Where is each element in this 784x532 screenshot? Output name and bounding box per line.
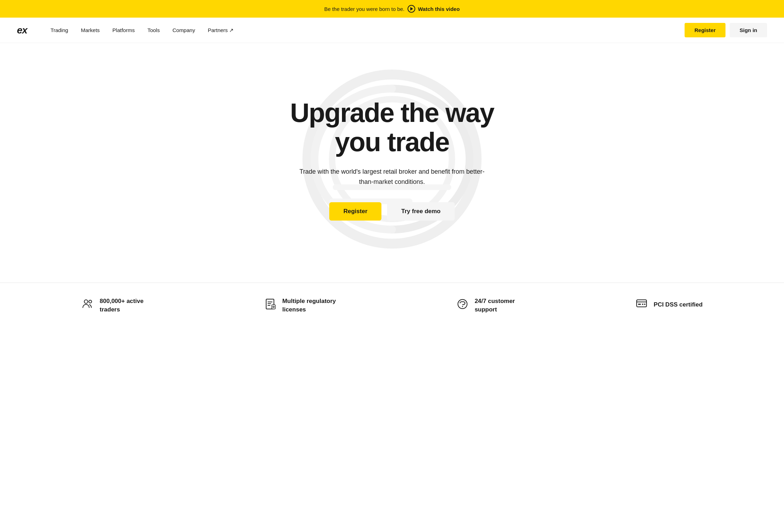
svg-rect-11 xyxy=(642,304,643,305)
stat-licenses-text: Multiple regulatory licenses xyxy=(282,297,336,314)
nav-tools[interactable]: Tools xyxy=(141,24,166,36)
logo[interactable]: ex xyxy=(17,25,27,36)
svg-rect-10 xyxy=(638,304,641,305)
stat-support-text: 24/7 customer support xyxy=(474,297,515,314)
hero-section: Upgrade the way you trade Trade with the… xyxy=(0,43,784,283)
svg-rect-12 xyxy=(644,304,645,305)
svg-point-7 xyxy=(458,299,467,309)
svg-point-2 xyxy=(84,300,88,303)
svg-point-8 xyxy=(462,306,463,307)
nav-platforms[interactable]: Platforms xyxy=(106,24,141,36)
stats-bar: 800,000+ active traders Multiple regulat… xyxy=(0,283,784,328)
pci-icon xyxy=(635,297,648,313)
banner-text: Be the trader you were born to be. xyxy=(324,6,405,12)
stat-pci: PCI DSS certified xyxy=(635,297,703,313)
header-actions: Register Sign in xyxy=(685,23,767,37)
nav-markets[interactable]: Markets xyxy=(74,24,106,36)
header-register-button[interactable]: Register xyxy=(685,23,725,37)
hero-buttons: Register Try free demo xyxy=(290,202,494,221)
stat-pci-text: PCI DSS certified xyxy=(654,301,703,309)
stat-traders-text: 800,000+ active traders xyxy=(100,297,143,314)
svg-rect-5 xyxy=(272,305,275,309)
svg-point-3 xyxy=(89,300,92,303)
header-signin-button[interactable]: Sign in xyxy=(730,23,767,37)
hero-subtitle: Trade with the world's largest retail br… xyxy=(293,167,491,187)
hero-demo-button[interactable]: Try free demo xyxy=(387,202,455,221)
main-nav: Trading Markets Platforms Tools Company … xyxy=(44,24,685,36)
hero-content: Upgrade the way you trade Trade with the… xyxy=(290,98,494,221)
top-banner: Be the trader you were born to be. Watch… xyxy=(0,0,784,18)
watch-video-link[interactable]: Watch this video xyxy=(418,6,460,12)
stat-traders: 800,000+ active traders xyxy=(81,297,143,314)
hero-register-button[interactable]: Register xyxy=(329,202,381,221)
svg-rect-9 xyxy=(637,300,647,307)
stat-licenses: Multiple regulatory licenses xyxy=(264,297,336,314)
nav-trading[interactable]: Trading xyxy=(44,24,74,36)
stat-support: 24/7 customer support xyxy=(456,297,515,314)
play-icon xyxy=(408,5,415,13)
nav-partners[interactable]: Partners ↗ xyxy=(201,24,240,36)
users-icon xyxy=(81,298,94,313)
license-icon xyxy=(264,298,277,313)
nav-company[interactable]: Company xyxy=(166,24,201,36)
hero-title: Upgrade the way you trade xyxy=(290,98,494,157)
header: ex Trading Markets Platforms Tools Compa… xyxy=(0,18,784,43)
support-icon xyxy=(456,298,469,313)
